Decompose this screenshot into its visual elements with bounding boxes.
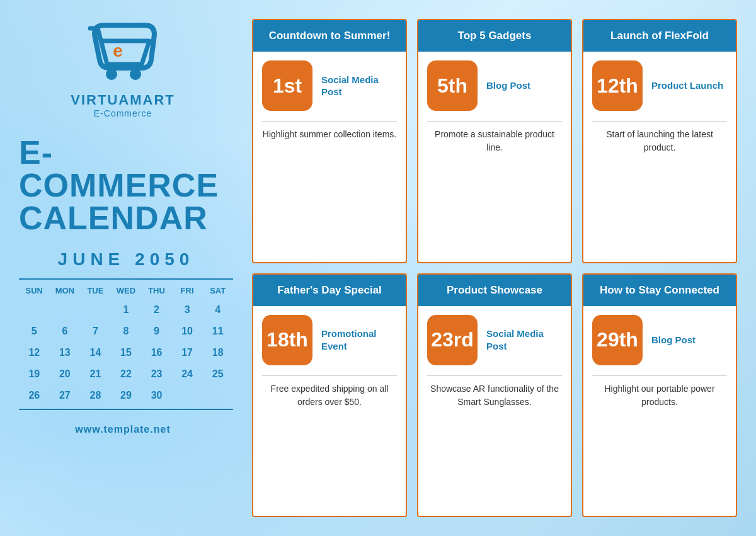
month-label: JUNE 2050: [58, 249, 195, 270]
date-type-row: 23rdSocial Media Post: [427, 315, 562, 365]
card-divider: [592, 375, 727, 376]
cal-header-wed: WED: [111, 282, 142, 299]
card-description: Promote a sustainable product line.: [427, 128, 562, 253]
main-container: e VIRTUAMART E-Commerce E-COMMERCE CALEN…: [0, 0, 756, 536]
event-card: Countdown to Summer!1stSocial Media Post…: [252, 19, 407, 263]
title-line1: E-COMMERCE CALENDAR: [19, 136, 233, 234]
cal-header-mon: MON: [50, 282, 81, 299]
event-type: Social Media Post: [486, 328, 562, 352]
cal-week-1: 567891011: [19, 321, 233, 342]
cal-header-sat: SAT: [202, 282, 233, 299]
card-body: 5thBlog PostPromote a sustainable produc…: [418, 52, 571, 261]
cal-day: 16: [141, 342, 172, 363]
cal-day: 27: [50, 385, 81, 406]
cal-header-fri: FRI: [172, 282, 203, 299]
cal-day: 13: [50, 342, 81, 363]
website-link: www.template.net: [75, 424, 170, 435]
svg-point-1: [130, 69, 141, 80]
card-header: Product Showcase: [418, 275, 571, 306]
date-badge: 12th: [592, 60, 643, 111]
cal-day: 18: [202, 342, 233, 363]
event-type: Blog Post: [651, 334, 696, 346]
cal-day: 5: [19, 321, 50, 342]
cal-day: 23: [141, 363, 172, 385]
cal-day: 29: [111, 385, 142, 406]
cal-week-3: 19202122232425: [19, 363, 233, 385]
cal-header-sun: SUN: [19, 282, 50, 299]
cal-header-tue: TUE: [80, 282, 111, 299]
cal-day: 22: [111, 363, 142, 385]
cal-day: 1: [111, 299, 142, 321]
event-type: Product Launch: [651, 79, 723, 92]
card-description: Start of launching the latest product.: [592, 128, 727, 253]
right-panel: Countdown to Summer!1stSocial Media Post…: [246, 0, 756, 536]
logo-area: e VIRTUAMART E-Commerce: [71, 19, 175, 118]
cal-day: 6: [50, 321, 81, 342]
cal-day: 19: [19, 363, 50, 385]
title-block: E-COMMERCE CALENDAR: [13, 136, 233, 234]
card-body: 23rdSocial Media PostShowcase AR functio…: [418, 306, 571, 516]
event-card: Father's Day Special18thPromotional Even…: [252, 273, 407, 518]
date-badge: 29th: [592, 315, 643, 365]
cal-day: 8: [111, 321, 142, 342]
logo-icon: e: [85, 19, 161, 88]
svg-point-0: [106, 69, 117, 80]
event-type: Social Media Post: [321, 74, 397, 98]
cal-header-thu: THU: [141, 282, 172, 299]
cal-day: 11: [202, 321, 233, 342]
calendar-divider-bottom: [19, 409, 233, 410]
card-header: Top 5 Gadgets: [418, 20, 571, 52]
cal-day: 2: [141, 299, 172, 321]
cal-day: 14: [80, 342, 111, 363]
cards-row-2: Father's Day Special18thPromotional Even…: [252, 273, 737, 518]
cal-day: [50, 299, 81, 321]
cal-day: 15: [111, 342, 142, 363]
card-divider: [262, 121, 397, 122]
card-description: Free expedited shipping on all orders ov…: [262, 382, 397, 507]
svg-text:e: e: [113, 41, 123, 60]
card-divider: [262, 375, 397, 376]
card-header: Countdown to Summer!: [253, 20, 406, 52]
card-description: Showcase AR functionality of the Smart S…: [427, 382, 562, 507]
cal-day: [19, 299, 50, 321]
card-body: 18thPromotional EventFree expedited ship…: [253, 306, 406, 516]
card-header: Father's Day Special: [253, 275, 406, 306]
cal-week-2: 12131415161718: [19, 342, 233, 363]
card-description: Highlight our portable power products.: [592, 382, 727, 507]
cal-day: 3: [172, 299, 203, 321]
cal-day: 12: [19, 342, 50, 363]
date-badge: 1st: [262, 60, 312, 111]
date-badge: 23rd: [427, 315, 478, 365]
cal-day: 4: [202, 299, 233, 321]
card-description: Highlight summer collection items.: [262, 128, 397, 253]
date-type-row: 5thBlog Post: [427, 60, 562, 111]
cal-week-0: 1234: [19, 299, 233, 321]
cal-day: 20: [50, 363, 81, 385]
card-body: 29thBlog PostHighlight our portable powe…: [583, 306, 736, 516]
cal-day: 21: [80, 363, 111, 385]
brand-name: VIRTUAMART: [71, 92, 175, 108]
event-card: How to Stay Connected29thBlog PostHighli…: [582, 273, 737, 518]
date-type-row: 29thBlog Post: [592, 315, 727, 365]
cal-day: 7: [80, 321, 111, 342]
cal-day: 28: [80, 385, 111, 406]
left-panel: e VIRTUAMART E-Commerce E-COMMERCE CALEN…: [0, 0, 246, 536]
card-header: How to Stay Connected: [583, 275, 736, 306]
card-header: Launch of FlexFold: [583, 20, 736, 52]
cal-day: 26: [19, 385, 50, 406]
cal-week-4: 2627282930: [19, 385, 233, 406]
card-divider: [427, 375, 562, 376]
cal-day: [202, 385, 233, 406]
cal-day: [172, 385, 203, 406]
cal-day: 24: [172, 363, 203, 385]
cal-day: 30: [141, 385, 172, 406]
cal-day: 9: [141, 321, 172, 342]
cal-day: 17: [172, 342, 203, 363]
card-divider: [592, 121, 727, 122]
event-card: Launch of FlexFold12thProduct LaunchStar…: [582, 19, 737, 263]
card-body: 1stSocial Media PostHighlight summer col…: [253, 52, 406, 261]
event-card: Top 5 Gadgets5thBlog PostPromote a susta…: [417, 19, 572, 263]
calendar-divider-top: [19, 278, 233, 280]
event-card: Product Showcase23rdSocial Media PostSho…: [417, 273, 572, 518]
date-type-row: 1stSocial Media Post: [262, 60, 397, 111]
